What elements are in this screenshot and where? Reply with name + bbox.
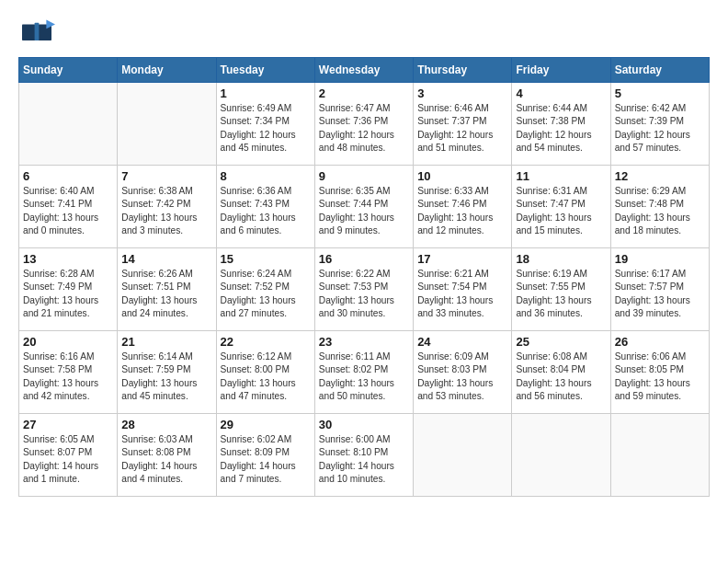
logo: [18, 18, 59, 46]
day-detail: Sunrise: 6:36 AM Sunset: 7:43 PM Dayligh…: [221, 185, 311, 237]
week-row-4: 20Sunrise: 6:16 AM Sunset: 7:58 PM Dayli…: [19, 331, 710, 414]
calendar-cell: 28Sunrise: 6:03 AM Sunset: 8:08 PM Dayli…: [118, 414, 216, 497]
day-number: 2: [319, 86, 409, 100]
day-number: 19: [615, 252, 705, 266]
calendar-cell: 20Sunrise: 6:16 AM Sunset: 7:58 PM Dayli…: [19, 331, 118, 414]
calendar-cell: 7Sunrise: 6:38 AM Sunset: 7:42 PM Daylig…: [118, 166, 216, 248]
day-number: 8: [221, 169, 311, 183]
week-row-1: 1Sunrise: 6:49 AM Sunset: 7:34 PM Daylig…: [19, 83, 710, 166]
week-row-2: 6Sunrise: 6:40 AM Sunset: 7:41 PM Daylig…: [19, 166, 710, 248]
day-detail: Sunrise: 6:42 AM Sunset: 7:39 PM Dayligh…: [615, 102, 705, 155]
calendar-cell: 13Sunrise: 6:28 AM Sunset: 7:49 PM Dayli…: [19, 248, 118, 331]
day-number: 10: [417, 169, 507, 183]
calendar-cell: 16Sunrise: 6:22 AM Sunset: 7:53 PM Dayli…: [314, 248, 413, 331]
day-detail: Sunrise: 6:17 AM Sunset: 7:57 PM Dayligh…: [615, 268, 705, 320]
calendar-cell: 14Sunrise: 6:26 AM Sunset: 7:51 PM Dayli…: [118, 248, 216, 331]
day-number: 18: [516, 252, 606, 266]
day-number: 4: [516, 86, 606, 100]
day-number: 16: [319, 252, 409, 266]
calendar-cell: 17Sunrise: 6:21 AM Sunset: 7:54 PM Dayli…: [414, 248, 512, 331]
day-detail: Sunrise: 6:31 AM Sunset: 7:47 PM Dayligh…: [516, 185, 606, 237]
weekday-header-saturday: Saturday: [610, 58, 709, 83]
day-number: 1: [221, 86, 311, 100]
day-detail: Sunrise: 6:05 AM Sunset: 8:07 PM Dayligh…: [23, 433, 113, 486]
day-number: 23: [319, 335, 409, 349]
day-detail: Sunrise: 6:09 AM Sunset: 8:03 PM Dayligh…: [417, 350, 507, 403]
weekday-header-row: SundayMondayTuesdayWednesdayThursdayFrid…: [19, 58, 710, 83]
day-detail: Sunrise: 6:03 AM Sunset: 8:08 PM Dayligh…: [121, 433, 211, 486]
header: [18, 18, 710, 46]
day-number: 17: [417, 252, 507, 266]
day-detail: Sunrise: 6:40 AM Sunset: 7:41 PM Dayligh…: [23, 185, 113, 237]
day-detail: Sunrise: 6:49 AM Sunset: 7:34 PM Dayligh…: [221, 102, 311, 155]
calendar-cell: 24Sunrise: 6:09 AM Sunset: 8:03 PM Dayli…: [414, 331, 512, 414]
calendar-cell: [19, 83, 118, 166]
calendar-cell: 18Sunrise: 6:19 AM Sunset: 7:55 PM Dayli…: [512, 248, 610, 331]
day-detail: Sunrise: 6:24 AM Sunset: 7:52 PM Dayligh…: [221, 268, 311, 320]
day-number: 27: [23, 418, 113, 431]
day-number: 15: [221, 252, 311, 266]
day-detail: Sunrise: 6:02 AM Sunset: 8:09 PM Dayligh…: [221, 433, 311, 486]
day-detail: Sunrise: 6:35 AM Sunset: 7:44 PM Dayligh…: [319, 185, 409, 237]
day-detail: Sunrise: 6:11 AM Sunset: 8:02 PM Dayligh…: [319, 350, 409, 403]
calendar-cell: 1Sunrise: 6:49 AM Sunset: 7:34 PM Daylig…: [216, 83, 314, 166]
svg-rect-3: [35, 23, 40, 40]
calendar-cell: 15Sunrise: 6:24 AM Sunset: 7:52 PM Dayli…: [216, 248, 314, 331]
week-row-3: 13Sunrise: 6:28 AM Sunset: 7:49 PM Dayli…: [19, 248, 710, 331]
day-number: 24: [417, 335, 507, 349]
day-detail: Sunrise: 6:22 AM Sunset: 7:53 PM Dayligh…: [319, 268, 409, 320]
day-detail: Sunrise: 6:47 AM Sunset: 7:36 PM Dayligh…: [319, 102, 409, 155]
day-number: 13: [23, 252, 113, 266]
day-detail: Sunrise: 6:26 AM Sunset: 7:51 PM Dayligh…: [121, 268, 211, 320]
day-detail: Sunrise: 6:46 AM Sunset: 7:37 PM Dayligh…: [417, 102, 507, 155]
day-number: 7: [121, 169, 211, 183]
day-number: 11: [516, 169, 606, 183]
day-detail: Sunrise: 6:19 AM Sunset: 7:55 PM Dayligh…: [516, 268, 606, 320]
calendar-cell: 8Sunrise: 6:36 AM Sunset: 7:43 PM Daylig…: [216, 166, 314, 248]
calendar-cell: 3Sunrise: 6:46 AM Sunset: 7:37 PM Daylig…: [414, 83, 512, 166]
calendar-cell: [118, 83, 216, 166]
calendar-cell: [512, 414, 610, 497]
calendar-cell: 23Sunrise: 6:11 AM Sunset: 8:02 PM Dayli…: [314, 331, 413, 414]
calendar-table: SundayMondayTuesdayWednesdayThursdayFrid…: [18, 57, 710, 497]
day-number: 20: [23, 335, 113, 349]
week-row-5: 27Sunrise: 6:05 AM Sunset: 8:07 PM Dayli…: [19, 414, 710, 497]
svg-rect-1: [22, 24, 35, 40]
calendar-cell: 2Sunrise: 6:47 AM Sunset: 7:36 PM Daylig…: [314, 83, 413, 166]
day-number: 5: [615, 86, 705, 100]
day-number: 28: [121, 418, 211, 431]
day-detail: Sunrise: 6:14 AM Sunset: 7:59 PM Dayligh…: [121, 350, 211, 403]
calendar-cell: 29Sunrise: 6:02 AM Sunset: 8:09 PM Dayli…: [216, 414, 314, 497]
day-detail: Sunrise: 6:28 AM Sunset: 7:49 PM Dayligh…: [23, 268, 113, 320]
day-detail: Sunrise: 6:29 AM Sunset: 7:48 PM Dayligh…: [615, 185, 705, 237]
day-number: 14: [121, 252, 211, 266]
day-detail: Sunrise: 6:38 AM Sunset: 7:42 PM Dayligh…: [121, 185, 211, 237]
calendar-cell: 6Sunrise: 6:40 AM Sunset: 7:41 PM Daylig…: [19, 166, 118, 248]
calendar-cell: 10Sunrise: 6:33 AM Sunset: 7:46 PM Dayli…: [414, 166, 512, 248]
calendar-cell: 21Sunrise: 6:14 AM Sunset: 7:59 PM Dayli…: [118, 331, 216, 414]
day-number: 9: [319, 169, 409, 183]
calendar-cell: 26Sunrise: 6:06 AM Sunset: 8:05 PM Dayli…: [610, 331, 709, 414]
weekday-header-sunday: Sunday: [19, 58, 118, 83]
day-detail: Sunrise: 6:16 AM Sunset: 7:58 PM Dayligh…: [23, 350, 113, 403]
weekday-header-tuesday: Tuesday: [216, 58, 314, 83]
day-number: 21: [121, 335, 211, 349]
calendar-cell: 27Sunrise: 6:05 AM Sunset: 8:07 PM Dayli…: [19, 414, 118, 497]
day-number: 22: [221, 335, 311, 349]
calendar-cell: 4Sunrise: 6:44 AM Sunset: 7:38 PM Daylig…: [512, 83, 610, 166]
calendar-cell: 11Sunrise: 6:31 AM Sunset: 7:47 PM Dayli…: [512, 166, 610, 248]
calendar-cell: 12Sunrise: 6:29 AM Sunset: 7:48 PM Dayli…: [610, 166, 709, 248]
day-number: 30: [319, 418, 409, 431]
day-number: 3: [417, 86, 507, 100]
day-number: 26: [615, 335, 705, 349]
day-detail: Sunrise: 6:00 AM Sunset: 8:10 PM Dayligh…: [319, 433, 409, 486]
day-detail: Sunrise: 6:33 AM Sunset: 7:46 PM Dayligh…: [417, 185, 507, 237]
day-number: 29: [221, 418, 311, 431]
calendar-cell: [610, 414, 709, 497]
day-number: 12: [615, 169, 705, 183]
weekday-header-friday: Friday: [512, 58, 610, 83]
day-detail: Sunrise: 6:21 AM Sunset: 7:54 PM Dayligh…: [417, 268, 507, 320]
weekday-header-monday: Monday: [118, 58, 216, 83]
day-number: 25: [516, 335, 606, 349]
calendar-cell: 19Sunrise: 6:17 AM Sunset: 7:57 PM Dayli…: [610, 248, 709, 331]
